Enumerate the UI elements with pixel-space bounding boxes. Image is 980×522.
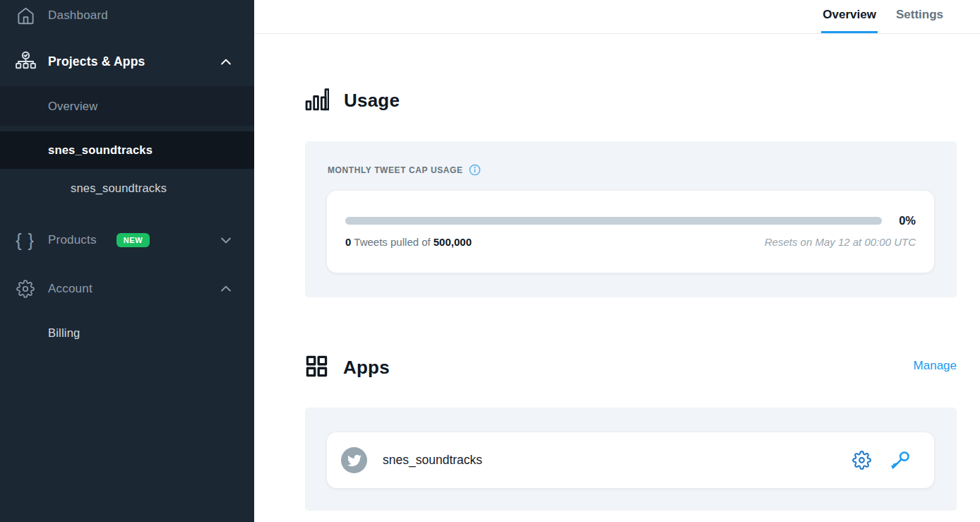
sidebar-item-project-snes-soundtracks[interactable]: snes_soundtracks xyxy=(0,131,254,169)
usage-section-title: Usage xyxy=(344,90,400,112)
reset-date-text: Resets on May 12 at 00:00 UTC xyxy=(765,236,916,248)
sidebar-item-account[interactable]: Account xyxy=(0,271,254,307)
sidebar-item-label: snes_soundtracks xyxy=(48,143,153,157)
gear-icon xyxy=(14,280,37,298)
apps-card: snes_soundtracks xyxy=(305,408,957,511)
app-settings-gear-icon[interactable] xyxy=(852,451,871,470)
bar-chart-icon xyxy=(305,86,329,114)
new-badge: NEW xyxy=(116,233,150,247)
sidebar-item-projects-apps[interactable]: Projects & Apps xyxy=(0,43,254,81)
tab-overview[interactable]: Overview xyxy=(821,0,878,33)
tweets-pulled-text: 0Tweets pulled of500,000 xyxy=(345,236,472,248)
sitemap-check-icon xyxy=(14,51,37,73)
grid-icon xyxy=(305,355,328,381)
twitter-avatar-icon xyxy=(341,447,367,473)
sidebar-item-app-snes-soundtracks[interactable]: snes_soundtracks xyxy=(0,169,254,207)
developer-portal-page: Dashboard Projects & Apps Overview snes_… xyxy=(0,0,980,522)
usage-section-header: Usage xyxy=(305,85,400,116)
sidebar-item-label: Account xyxy=(48,282,92,296)
tab-settings[interactable]: Settings xyxy=(895,0,945,33)
app-name: snes_soundtracks xyxy=(383,453,482,468)
sidebar-item-label: Billing xyxy=(48,326,80,340)
app-keys-key-icon[interactable] xyxy=(889,449,912,472)
chevron-down-icon xyxy=(219,233,233,247)
sidebar-item-label: Products xyxy=(48,233,97,247)
sidebar: Dashboard Projects & Apps Overview snes_… xyxy=(0,0,254,522)
tweet-cap-card: MONTHLY TWEET CAP USAGE 0% 0Tweets pulle… xyxy=(305,141,957,297)
apps-section-title: Apps xyxy=(343,357,390,379)
top-tab-bar: Overview Settings xyxy=(254,0,980,34)
chevron-up-icon xyxy=(219,55,233,69)
home-icon xyxy=(14,6,37,25)
tweet-cap-progress-panel: 0% 0Tweets pulled of500,000 Resets on Ma… xyxy=(327,191,934,273)
sidebar-item-billing[interactable]: Billing xyxy=(0,314,254,351)
info-icon[interactable] xyxy=(469,164,481,176)
apps-section-header: Apps xyxy=(305,351,390,384)
tweet-cap-progress-track xyxy=(345,217,882,225)
sidebar-item-label: Dashboard xyxy=(48,8,108,23)
sidebar-item-label: Overview xyxy=(48,100,97,113)
tweet-cap-percent: 0% xyxy=(899,214,916,227)
app-row-snes-soundtracks[interactable]: snes_soundtracks xyxy=(327,432,934,488)
sidebar-item-dashboard[interactable]: Dashboard xyxy=(0,0,254,31)
tweet-cap-card-label: MONTHLY TWEET CAP USAGE xyxy=(328,165,463,175)
sidebar-item-products[interactable]: { } Products NEW xyxy=(0,221,254,259)
sidebar-item-overview[interactable]: Overview xyxy=(0,86,254,126)
sidebar-item-label: snes_soundtracks xyxy=(71,182,167,195)
chevron-up-icon xyxy=(219,282,233,296)
main-content: Overview Settings Usage MONTHLY TWEET CA… xyxy=(254,0,980,522)
sidebar-item-label: Projects & Apps xyxy=(48,54,145,69)
manage-apps-link[interactable]: Manage xyxy=(914,359,957,373)
curly-braces-icon: { } xyxy=(14,232,37,249)
